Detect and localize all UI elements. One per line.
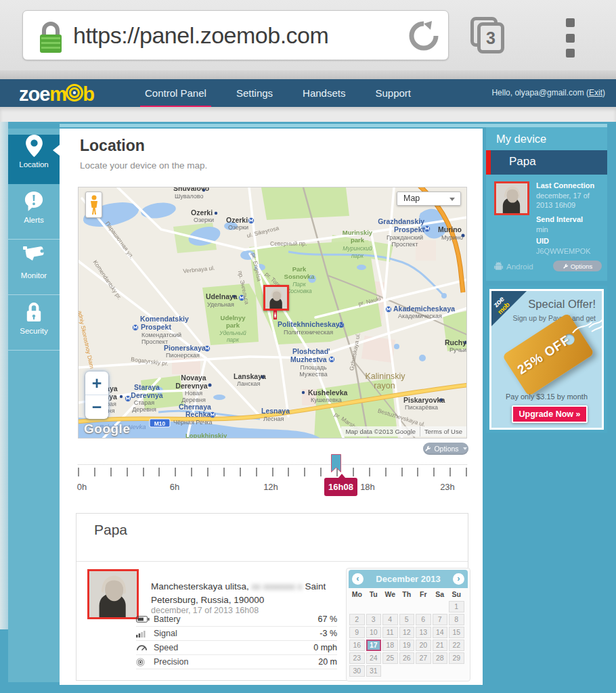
sidebar-item-alerts[interactable]: Alerts xyxy=(8,190,60,240)
map-label: Udelnyy xyxy=(221,314,246,321)
timeline-scrubber[interactable]: 0h 6h 12h 18h 23h 16h08 xyxy=(78,460,467,508)
calendar-day xyxy=(382,601,398,612)
logo-text-b: b xyxy=(83,83,94,106)
map-label: Murinskiy xyxy=(343,229,373,236)
calendar-day[interactable]: 8 xyxy=(449,614,464,625)
calendar-day[interactable]: 18 xyxy=(382,640,398,651)
calendar-day[interactable]: 1 xyxy=(449,601,464,612)
exit-link[interactable]: Exit xyxy=(589,88,602,97)
pegman-control[interactable] xyxy=(85,192,102,218)
calendar-day[interactable]: 30 xyxy=(349,665,365,677)
calendar-day[interactable]: 16 xyxy=(349,640,365,651)
calendar-day[interactable]: 7 xyxy=(433,614,448,625)
calendar-day[interactable]: 22 xyxy=(449,640,464,651)
calendar-day[interactable]: 24 xyxy=(366,652,382,664)
nav-item-support[interactable]: Support xyxy=(375,79,411,107)
timeline-label-0h: 0h xyxy=(72,482,91,492)
map-label: Shuvalovo xyxy=(173,187,209,192)
nav-item-control-panel[interactable]: Control Panel xyxy=(145,79,206,107)
calendar-day[interactable]: 20 xyxy=(416,640,431,651)
sidebar-item-monitor[interactable]: Monitor xyxy=(8,246,60,295)
user-greeting: Hello, olyapa@gmail.com (Exit) xyxy=(491,79,605,107)
map-canvas[interactable]: M10 Shuvalovo Шувалово Ozerki Озерки Oze… xyxy=(78,187,467,439)
browser-menu-icon[interactable] xyxy=(566,18,577,58)
url-bar[interactable]: https://panel.zoemob.com xyxy=(22,10,449,60)
zoom-in-button[interactable]: + xyxy=(85,372,108,395)
reload-icon[interactable] xyxy=(408,20,440,55)
calendar-day xyxy=(366,601,382,612)
sidebar-item-security[interactable]: Security xyxy=(8,301,60,351)
calendar-day[interactable]: 23 xyxy=(349,652,365,664)
device-options-button[interactable]: Options xyxy=(553,261,602,271)
map-label: rayon xyxy=(374,381,395,390)
platform-indicator: Android xyxy=(494,261,533,271)
zoom-out-button[interactable]: − xyxy=(85,395,108,419)
send-interval-value: min xyxy=(536,225,548,234)
map-type-selector[interactable]: Map xyxy=(397,192,461,206)
stat-row-precision: Precision 20 m xyxy=(136,655,337,669)
alerts-icon xyxy=(8,190,60,215)
calendar-day[interactable]: 27 xyxy=(416,652,431,664)
device-name-heading: Papa xyxy=(94,522,127,538)
map-label: Озерки xyxy=(228,224,248,231)
calendar-day[interactable]: 4 xyxy=(382,614,398,625)
upgrade-now-button[interactable]: Upgrade Now » xyxy=(512,405,588,423)
calendar-day[interactable]: 21 xyxy=(433,640,448,651)
calendar-next-icon[interactable]: › xyxy=(453,573,464,585)
calendar-day-selected[interactable]: 17 xyxy=(366,640,382,651)
terms-of-use-link[interactable]: Terms of Use xyxy=(420,426,466,437)
nav-item-settings[interactable]: Settings xyxy=(236,79,273,107)
device-name: Papa xyxy=(509,155,536,169)
https-lock-icon xyxy=(37,20,65,58)
calendar-day[interactable]: 2 xyxy=(349,614,365,625)
calendar-day[interactable]: 3 xyxy=(366,614,382,625)
padlock-icon xyxy=(8,301,60,326)
offer-inner: zoe mob Special Offer! Sign up by Paypal… xyxy=(489,289,604,430)
map-label: Prospekt xyxy=(394,225,424,233)
calendar-day[interactable]: 28 xyxy=(433,652,448,664)
calendar-day xyxy=(382,665,398,677)
stat-label: Battery xyxy=(154,614,235,624)
map-options-button[interactable]: Options xyxy=(423,443,468,455)
signal-icon xyxy=(136,630,154,638)
timeline-label-18h: 18h xyxy=(358,482,377,492)
location-pin-icon xyxy=(8,135,60,159)
calendar-day[interactable]: 5 xyxy=(399,614,415,625)
calendar-day[interactable]: 6 xyxy=(416,614,431,625)
calendar-day[interactable]: 12 xyxy=(399,627,415,638)
calendar-prev-icon[interactable]: ‹ xyxy=(352,573,364,585)
offer-price: Pay only $3.15 by month xyxy=(491,393,602,401)
device-map-marker[interactable] xyxy=(263,285,289,311)
device-selector-papa[interactable]: Papa xyxy=(486,150,607,175)
calendar-day[interactable]: 31 xyxy=(366,665,382,677)
calendar-day[interactable]: 11 xyxy=(382,627,398,638)
calendar-day[interactable]: 10 xyxy=(366,627,382,638)
map-label: Kushelevka xyxy=(308,388,348,397)
map-label: Akademicheskaya xyxy=(393,305,455,313)
zoemob-logo[interactable]: zoemb xyxy=(19,83,94,106)
map-label: Lesnaya xyxy=(261,407,290,415)
calendar-day[interactable]: 13 xyxy=(416,627,431,638)
calendar-day[interactable]: 19 xyxy=(399,640,415,651)
calendar-day[interactable]: 26 xyxy=(399,652,415,664)
map-label: Rechka xyxy=(185,410,211,418)
map-label: Пионерская xyxy=(166,352,200,359)
calendar-day[interactable]: 29 xyxy=(449,652,464,664)
timeline-separator xyxy=(78,464,467,465)
calendar-day[interactable]: 9 xyxy=(349,627,365,638)
sidebar-item-location[interactable]: Location xyxy=(8,135,60,184)
uid-value: J6QWWEMPOK xyxy=(536,246,591,256)
nav-item-handsets[interactable]: Handsets xyxy=(303,79,345,107)
map-label: Пискарёвка xyxy=(405,404,438,411)
calendar-day[interactable]: 15 xyxy=(449,627,464,638)
calendar-day[interactable]: 25 xyxy=(382,652,398,664)
map-zoom-control: + − xyxy=(85,372,108,419)
calendar-day-names: MoTuWeThFrSaSu xyxy=(349,588,468,600)
android-icon xyxy=(494,261,503,271)
stat-row-speed: Speed 0 mph xyxy=(136,641,337,655)
tabs-button[interactable]: 3 xyxy=(470,17,508,55)
map-label: Парк xyxy=(292,281,307,288)
calendar-day[interactable]: 14 xyxy=(433,627,448,638)
stat-label: Signal xyxy=(154,629,235,638)
device-accent-bar xyxy=(486,150,491,175)
